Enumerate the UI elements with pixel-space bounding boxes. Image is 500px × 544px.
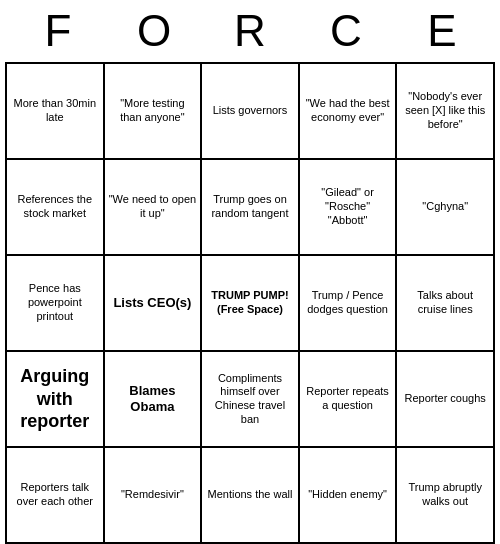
bingo-cell-23[interactable]: "Hidden enemy" <box>300 448 398 544</box>
bingo-cell-1[interactable]: "More testing than anyone" <box>105 64 203 160</box>
bingo-cell-2[interactable]: Lists governors <box>202 64 300 160</box>
bingo-cell-22[interactable]: Mentions the wall <box>202 448 300 544</box>
bingo-cell-12[interactable]: TRUMP PUMP! (Free Space) <box>202 256 300 352</box>
letter-c: C <box>306 6 386 56</box>
bingo-grid: More than 30min late"More testing than a… <box>5 62 495 544</box>
bingo-cell-5[interactable]: References the stock market <box>7 160 105 256</box>
bingo-cell-9[interactable]: "Cghyna" <box>397 160 495 256</box>
bingo-cell-17[interactable]: Compliments himself over Chinese travel … <box>202 352 300 448</box>
letter-o: O <box>114 6 194 56</box>
bingo-cell-19[interactable]: Reporter coughs <box>397 352 495 448</box>
bingo-cell-10[interactable]: Pence has powerpoint printout <box>7 256 105 352</box>
bingo-cell-16[interactable]: Blames Obama <box>105 352 203 448</box>
bingo-cell-21[interactable]: "Remdesivir" <box>105 448 203 544</box>
bingo-cell-18[interactable]: Reporter repeats a question <box>300 352 398 448</box>
title-row: F O R C E <box>0 0 500 62</box>
bingo-cell-13[interactable]: Trump / Pence dodges question <box>300 256 398 352</box>
bingo-cell-7[interactable]: Trump goes on random tangent <box>202 160 300 256</box>
letter-e: E <box>402 6 482 56</box>
letter-f: F <box>18 6 98 56</box>
bingo-cell-4[interactable]: "Nobody's ever seen [X] like this before… <box>397 64 495 160</box>
bingo-cell-14[interactable]: Talks about cruise lines <box>397 256 495 352</box>
bingo-cell-8[interactable]: "Gilead" or "Rosche" "Abbott" <box>300 160 398 256</box>
bingo-cell-3[interactable]: "We had the best economy ever" <box>300 64 398 160</box>
bingo-cell-20[interactable]: Reporters talk over each other <box>7 448 105 544</box>
bingo-cell-15[interactable]: Arguing with reporter <box>7 352 105 448</box>
bingo-cell-11[interactable]: Lists CEO(s) <box>105 256 203 352</box>
bingo-cell-24[interactable]: Trump abruptly walks out <box>397 448 495 544</box>
bingo-cell-6[interactable]: "We need to open it up" <box>105 160 203 256</box>
bingo-cell-0[interactable]: More than 30min late <box>7 64 105 160</box>
letter-r: R <box>210 6 290 56</box>
